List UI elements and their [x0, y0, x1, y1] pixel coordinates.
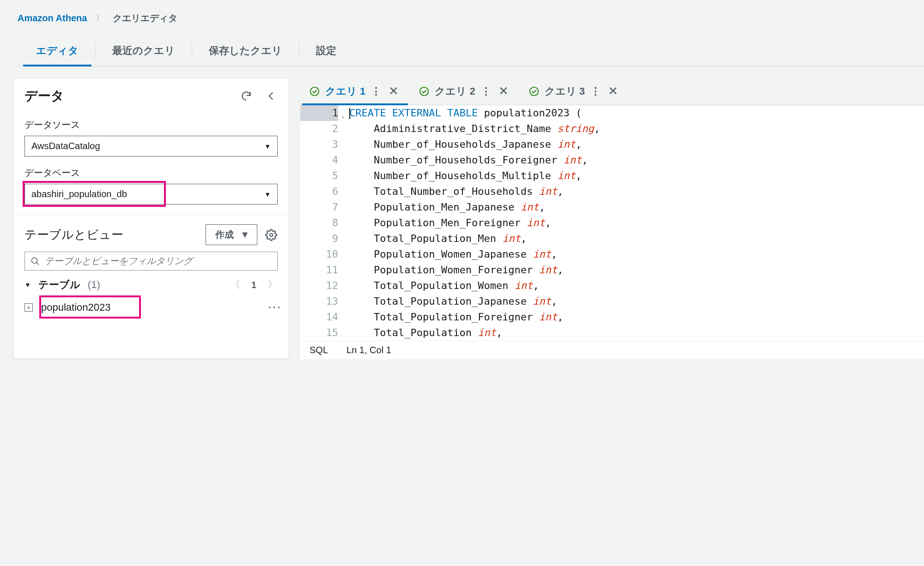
code-content[interactable]: CREATE EXTERNAL TABLE population2023 ( A…: [345, 105, 605, 341]
breadcrumb-current: クエリエディタ: [113, 12, 177, 24]
code-editor[interactable]: 1▾23456789101112131415 CREATE EXTERNAL T…: [300, 105, 924, 341]
data-sidebar: データ データソース AwsDataCatalog ▼: [13, 78, 289, 359]
query-tab-label: クエリ 3: [545, 84, 585, 98]
line-number: 6: [300, 184, 338, 199]
code-line: Total_Population_Foreigner int,: [349, 309, 600, 325]
line-gutter: 1▾23456789101112131415: [300, 105, 345, 341]
create-button[interactable]: 作成 ▼: [206, 224, 257, 245]
code-line: Population_Men_Foreigner int,: [349, 215, 600, 231]
line-number: 1▾: [300, 105, 338, 121]
tab-editor[interactable]: エディタ: [19, 36, 95, 66]
line-number: 8: [300, 215, 338, 231]
tables-header: テーブル: [38, 278, 80, 292]
code-line: Adiministrative_District_Name string,: [349, 121, 600, 137]
line-number: 15: [300, 325, 338, 341]
line-number: 9: [300, 231, 338, 247]
database-label: データベース: [24, 167, 278, 179]
tab-settings[interactable]: 設定: [299, 36, 353, 66]
filter-input-wrap[interactable]: [24, 252, 278, 271]
caret-down-icon[interactable]: ▼: [24, 281, 31, 289]
svg-point-5: [530, 87, 538, 95]
query-tab-bar: クエリ 1 ⋮ ✕ クエリ 2 ⋮ ✕ クエリ 3 ⋮ ✕: [300, 78, 924, 105]
search-icon: [30, 256, 40, 266]
breadcrumb: Amazon Athena 〉 クエリエディタ: [13, 7, 924, 36]
tab-saved-queries[interactable]: 保存したクエリ: [192, 36, 299, 66]
check-circle-icon: [529, 86, 539, 96]
check-circle-icon: [419, 86, 429, 96]
expand-icon[interactable]: +: [24, 303, 33, 312]
code-line: Number_of_Households_Japanese int,: [349, 137, 600, 152]
line-number: 11: [300, 262, 338, 278]
top-tab-bar: エディタ 最近のクエリ 保存したクエリ 設定: [13, 36, 924, 66]
database-value: abashiri_population_db: [31, 189, 127, 199]
datasource-value: AwsDataCatalog: [31, 141, 100, 151]
code-line: Total_Population int,: [349, 325, 600, 341]
code-line: Total_Population_Men int,: [349, 231, 600, 247]
tab-recent-queries[interactable]: 最近のクエリ: [96, 36, 192, 66]
close-icon[interactable]: ✕: [606, 84, 620, 98]
editor-area: クエリ 1 ⋮ ✕ クエリ 2 ⋮ ✕ クエリ 3 ⋮ ✕ 1▾23456789…: [300, 78, 924, 359]
table-name: population2023: [41, 301, 110, 313]
code-line: Population_Men_Japanese int,: [349, 199, 600, 215]
close-icon[interactable]: ✕: [497, 84, 511, 98]
filter-input[interactable]: [45, 256, 272, 266]
line-number: 13: [300, 294, 338, 309]
chevron-right-icon: 〉: [96, 13, 103, 23]
tables-count: (1): [88, 279, 100, 291]
svg-line-2: [36, 262, 39, 265]
close-icon[interactable]: ✕: [387, 84, 401, 98]
query-tab[interactable]: クエリ 3 ⋮ ✕: [520, 78, 629, 105]
table-row[interactable]: + population2023 ⋮: [13, 296, 289, 319]
line-number: 2: [300, 121, 338, 137]
kebab-icon[interactable]: ⋮: [371, 85, 381, 97]
line-number: 12: [300, 278, 338, 294]
svg-point-4: [420, 87, 428, 95]
pager-page-number: 1: [251, 280, 256, 290]
svg-point-3: [310, 87, 319, 95]
kebab-icon[interactable]: ⋮: [271, 301, 278, 314]
code-line: Total_Population_Women int,: [349, 278, 600, 294]
caret-down-icon: ▼: [264, 143, 271, 150]
datasource-select[interactable]: AwsDataCatalog ▼: [24, 136, 278, 157]
caret-down-icon: ▼: [264, 191, 271, 198]
svg-point-1: [32, 258, 37, 263]
code-line: Population_Women_Japanese int,: [349, 247, 600, 262]
caret-down-icon: ▼: [240, 229, 249, 240]
breadcrumb-service-link[interactable]: Amazon Athena: [18, 13, 87, 24]
query-tab-label: クエリ 1: [325, 84, 365, 98]
code-line: Population_Women_Foreigner int,: [349, 262, 600, 278]
tables-views-title: テーブルとビュー: [24, 227, 123, 243]
status-cursor-position: Ln 1, Col 1: [346, 345, 391, 355]
fold-icon[interactable]: ▾: [341, 109, 345, 125]
collapse-sidebar-icon[interactable]: [265, 90, 278, 102]
code-line: Number_of_Households_Foreigner int,: [349, 152, 600, 168]
pager-prev[interactable]: 〈: [230, 278, 240, 292]
line-number: 3: [300, 137, 338, 152]
code-line: CREATE EXTERNAL TABLE population2023 (: [349, 105, 600, 121]
line-number: 7: [300, 199, 338, 215]
gear-icon[interactable]: [265, 229, 278, 241]
status-bar: SQL Ln 1, Col 1: [300, 341, 924, 359]
tables-pager: 〈 1 〉: [230, 278, 278, 292]
refresh-icon[interactable]: [240, 90, 253, 102]
code-line: Total_Number_of_Households int,: [349, 184, 600, 199]
code-line: Number_of_Households_Multiple int,: [349, 168, 600, 184]
line-number: 4: [300, 152, 338, 168]
query-tab-label: クエリ 2: [435, 84, 475, 98]
code-line: Total_Population_Japanese int,: [349, 294, 600, 309]
svg-point-0: [270, 233, 273, 236]
check-circle-icon: [310, 86, 320, 96]
database-select[interactable]: abashiri_population_db ▼: [24, 184, 278, 205]
line-number: 10: [300, 247, 338, 262]
kebab-icon[interactable]: ⋮: [481, 85, 491, 97]
sidebar-title: データ: [24, 87, 64, 105]
kebab-icon[interactable]: ⋮: [590, 85, 601, 97]
line-number: 5: [300, 168, 338, 184]
datasource-label: データソース: [24, 119, 278, 131]
query-tab[interactable]: クエリ 1 ⋮ ✕: [300, 78, 410, 105]
line-number: 14: [300, 309, 338, 325]
query-tab[interactable]: クエリ 2 ⋮ ✕: [410, 78, 519, 105]
status-lang: SQL: [310, 345, 328, 355]
pager-next[interactable]: 〉: [267, 278, 278, 292]
